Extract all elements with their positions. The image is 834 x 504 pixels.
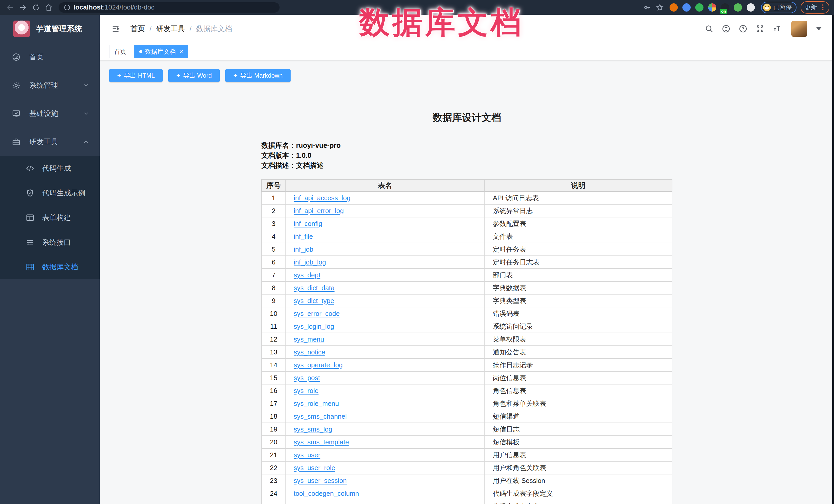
sidebar-subitem-label: 代码生成示例: [42, 188, 85, 198]
export-button[interactable]: +导出 Markdown: [225, 69, 291, 82]
table-name-link[interactable]: sys_user_session: [294, 477, 347, 484]
table-name-link[interactable]: sys_sms_channel: [294, 413, 347, 420]
table-name-link[interactable]: sys_dict_type: [294, 297, 334, 305]
table-description: 定时任务表: [484, 243, 672, 256]
doc-meta-label: 数据库名：: [261, 141, 296, 149]
row-number: 11: [262, 320, 286, 333]
address-bar[interactable]: localhost:1024/tool/db-doc: [59, 2, 280, 13]
table-name-link[interactable]: inf_job_log: [294, 258, 326, 266]
sidebar-item-infrastructure[interactable]: 基础设施: [0, 100, 100, 128]
password-key-icon[interactable]: [641, 2, 653, 13]
search-icon[interactable]: [702, 22, 716, 36]
export-button-label: 导出 Markdown: [240, 71, 283, 80]
doc-meta: 数据库名：ruoyi-vue-pro文档版本：1.0.0文档描述：文档描述: [261, 140, 673, 171]
table-name-link[interactable]: sys_sms_log: [294, 425, 332, 433]
table-name-link[interactable]: sys_operate_log: [294, 361, 343, 369]
tag-label: 首页: [114, 47, 126, 56]
browser-menu-icon[interactable]: [820, 4, 825, 10]
breadcrumb-item[interactable]: 首页: [131, 24, 145, 34]
sidebar-item-gear[interactable]: 系统管理: [0, 71, 100, 100]
table-name-link[interactable]: sys_error_code: [294, 310, 340, 317]
table-name-link[interactable]: sys_menu: [294, 335, 324, 343]
table-name-link[interactable]: tool_codegen_table: [294, 502, 352, 504]
window-scrollbar-strip[interactable]: [832, 15, 834, 504]
extension-leaf-icon[interactable]: [734, 3, 742, 12]
plus-icon: +: [233, 72, 237, 79]
table-description: 字典数据表: [484, 281, 672, 294]
font-size-icon[interactable]: [770, 22, 784, 36]
tag-active[interactable]: 数据库文档×: [134, 45, 188, 58]
table-description: 字典类型表: [484, 294, 672, 307]
export-button[interactable]: +导出 Word: [168, 69, 220, 82]
extension-grid-icon[interactable]: [708, 3, 716, 12]
table-name-link[interactable]: sys_post: [294, 374, 320, 382]
table-name-link[interactable]: sys_user: [294, 451, 321, 459]
doc-meta-value: 文档描述: [296, 162, 324, 169]
extension-green-check-icon[interactable]: [695, 3, 703, 12]
update-button[interactable]: 更新: [800, 1, 829, 14]
github-icon[interactable]: [719, 22, 733, 36]
table-name-link[interactable]: sys_role_menu: [294, 400, 339, 408]
sidebar-subitem-table-grid[interactable]: 数据库文档: [0, 255, 100, 279]
help-icon[interactable]: [737, 22, 750, 36]
table-name-link[interactable]: inf_config: [294, 220, 322, 227]
row-number: 4: [262, 230, 286, 243]
extension-dark-icon[interactable]: on: [721, 3, 729, 12]
chev-down-icon: [83, 82, 89, 89]
user-caret-down-icon[interactable]: [816, 27, 822, 30]
table-name-link[interactable]: sys_login_log: [294, 323, 334, 330]
site-info-icon[interactable]: [64, 4, 70, 11]
table-description: 用户和角色关联表: [484, 461, 672, 474]
profile-chip[interactable]: 已暂停: [761, 2, 796, 13]
table-name-link[interactable]: tool_codegen_column: [294, 489, 359, 497]
table-name-link[interactable]: inf_api_error_log: [294, 207, 344, 215]
user-avatar[interactable]: [791, 21, 807, 37]
sidebar-subitem-sliders[interactable]: 系统接口: [0, 230, 100, 255]
breadcrumb-item[interactable]: 研发工具: [156, 24, 185, 34]
table-row: 20sys_sms_template短信模板: [262, 436, 672, 448]
table-name-link[interactable]: sys_role: [294, 387, 319, 395]
extension-puzzle-icon[interactable]: [747, 3, 755, 12]
doc-meta-value: ruoyi-vue-pro: [296, 141, 341, 149]
table-row: 19sys_sms_log短信日志: [262, 423, 672, 436]
table-description: 文件表: [484, 230, 672, 243]
table-name-link[interactable]: inf_api_access_log: [294, 194, 350, 202]
fullscreen-icon[interactable]: [753, 22, 767, 36]
export-buttons-row: +导出 HTML+导出 Word+导出 Markdown: [109, 69, 834, 82]
app-logo-row[interactable]: 芋道管理系统: [0, 15, 100, 43]
home-icon[interactable]: [43, 2, 54, 13]
table-name-link[interactable]: sys_dept: [294, 271, 321, 279]
tag-close-icon[interactable]: ×: [179, 48, 183, 55]
row-number: 22: [262, 461, 286, 474]
collapse-sidebar-icon[interactable]: [109, 22, 122, 36]
sidebar-item-devtools[interactable]: 研发工具: [0, 128, 100, 156]
table-row: 1inf_api_access_logAPI 访问日志表: [262, 192, 672, 204]
extension-pin-icon[interactable]: [682, 3, 690, 12]
forward-icon[interactable]: [18, 2, 29, 13]
extension-orange-icon[interactable]: [670, 3, 678, 12]
table-name-link[interactable]: sys_notice: [294, 348, 325, 356]
table-name-link[interactable]: inf_file: [294, 233, 313, 240]
table-description: 部门表: [484, 268, 672, 281]
tag-item[interactable]: 首页: [109, 45, 131, 58]
extensions-row: on: [670, 3, 755, 12]
doc-meta-field: 文档描述：文档描述: [261, 161, 673, 171]
table-name-link[interactable]: sys_dict_data: [294, 284, 334, 292]
export-button[interactable]: +导出 HTML: [109, 69, 163, 82]
row-number: 3: [262, 217, 286, 230]
table-name-link[interactable]: sys_sms_template: [294, 438, 349, 446]
tables-overview-table: 序号表名说明 1inf_api_access_logAPI 访问日志表2inf_…: [261, 179, 673, 504]
back-icon[interactable]: [5, 2, 16, 13]
table-row: 8sys_dict_data字典数据表: [262, 281, 672, 294]
table-name-link[interactable]: sys_user_role: [294, 464, 335, 472]
reload-icon[interactable]: [30, 2, 42, 13]
sidebar-item-dashboard[interactable]: 首页: [0, 43, 100, 71]
sidebar-subitem-code[interactable]: 代码生成: [0, 156, 100, 181]
row-number: 10: [262, 307, 286, 320]
doc-meta-field: 文档版本：1.0.0: [261, 151, 673, 161]
bookmark-star-icon[interactable]: [654, 2, 665, 13]
sidebar-subitem-form[interactable]: 表单构建: [0, 205, 100, 230]
table-name-link[interactable]: inf_job: [294, 245, 313, 253]
table-row: 4inf_file文件表: [262, 230, 672, 243]
sidebar-subitem-shield-check[interactable]: 代码生成示例: [0, 181, 100, 205]
